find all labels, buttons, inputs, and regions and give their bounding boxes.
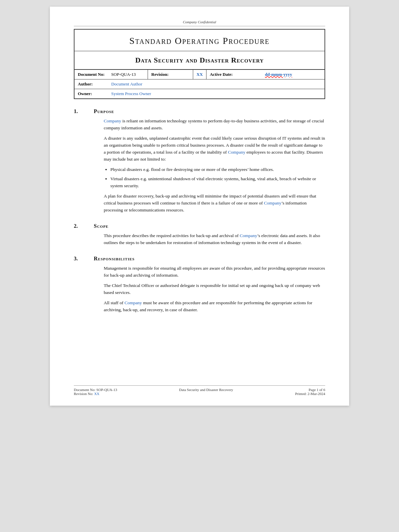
- footer-doc-no: Document No: SOP-QUA-13: [74, 388, 117, 392]
- subtitle: Data Security and Disaster Recovery: [78, 56, 321, 65]
- footer-revision-label: Revision No:: [74, 392, 93, 396]
- section-purpose: 1. Purpose Company is reliant on informa…: [74, 108, 325, 214]
- owner-value: System Process Owner: [108, 89, 325, 99]
- company-link-4: Company: [240, 233, 257, 238]
- company-link-2: Company: [228, 150, 245, 155]
- bullet-virtual: Virtual disasters e.g. unintentional shu…: [110, 176, 325, 190]
- section-responsibilities-number: 3.: [74, 256, 94, 262]
- page-header: Company Confidential: [74, 20, 325, 26]
- title-subtitle: Data Security and Disaster Recovery: [74, 51, 325, 69]
- revision-label: Revision:: [148, 70, 193, 79]
- section-scope: 2. Scope This procedure describes the re…: [74, 223, 325, 246]
- responsibilities-para-1: Management is responsible for ensuring a…: [104, 265, 325, 279]
- main-title: Standard Operating Procedure: [78, 36, 321, 46]
- section-responsibilities-title: Responsibilities: [94, 256, 135, 262]
- scope-para-1: This procedure describes the required ac…: [104, 232, 325, 246]
- responsibilities-para-2: The Chief Technical Officer or authorise…: [104, 282, 325, 296]
- section-scope-body: This procedure describes the required ac…: [104, 232, 325, 246]
- purpose-bullets: Physical disasters e.g. flood or fire de…: [110, 166, 325, 190]
- footer-center: Data Security and Disaster Recovery: [179, 388, 233, 396]
- owner-label: Owner:: [74, 89, 108, 99]
- title-block: Standard Operating Procedure Data Securi…: [74, 29, 325, 99]
- footer-page: Page 1 of 6: [295, 388, 325, 392]
- purpose-para-1-text: is reliant on information technology sys…: [104, 118, 324, 130]
- section-purpose-header: 1. Purpose: [74, 108, 325, 114]
- company-link-3: Company: [264, 200, 282, 205]
- meta-row-owner: Owner: System Process Owner: [74, 89, 325, 99]
- meta-table: Document No: SOP-QUA-13 Revision: XX Act…: [74, 69, 325, 98]
- footer-center-text: Data Security and Disaster Recovery: [179, 388, 233, 392]
- active-date-value: dd-mmm-yyyy: [262, 70, 325, 79]
- section-scope-number: 2.: [74, 223, 94, 229]
- footer-printed: Printed: 2-Mar-2024: [295, 392, 325, 396]
- section-purpose-number: 1.: [74, 108, 94, 114]
- active-date-label: Active Date:: [206, 70, 261, 79]
- meta-row-author: Author: Document Author: [74, 79, 325, 89]
- purpose-para-2: A disaster is any sudden, unplanned cata…: [104, 135, 325, 163]
- section-purpose-body: Company is reliant on information techno…: [104, 118, 325, 214]
- author-label: Author:: [74, 79, 108, 89]
- section-scope-header: 2. Scope: [74, 223, 325, 229]
- doc-no-value: SOP-QUA-13: [108, 70, 148, 79]
- company-link-1: Company: [104, 118, 121, 123]
- doc-no-label: Document No:: [74, 70, 108, 79]
- section-responsibilities-header: 3. Responsibilities: [74, 256, 325, 262]
- confidential-label: Company Confidential: [183, 20, 216, 24]
- section-scope-title: Scope: [94, 223, 108, 229]
- page-footer: Document No: SOP-QUA-13 Revision No: XX …: [74, 385, 325, 396]
- bullet-physical: Physical disasters e.g. flood or fire de…: [110, 166, 325, 173]
- footer-revision: Revision No: XX: [74, 392, 117, 396]
- revision-value: XX: [193, 70, 206, 79]
- section-responsibilities: 3. Responsibilities Management is respon…: [74, 256, 325, 314]
- footer-revision-value: XX: [94, 392, 99, 396]
- footer-right: Page 1 of 6 Printed: 2-Mar-2024: [295, 388, 325, 396]
- title-main: Standard Operating Procedure: [74, 30, 325, 51]
- footer-left: Document No: SOP-QUA-13 Revision No: XX: [74, 388, 117, 396]
- page: Company Confidential Standard Operating …: [50, 7, 349, 406]
- purpose-para-1: Company is reliant on information techno…: [104, 118, 325, 132]
- company-link-5: Company: [124, 300, 142, 305]
- meta-row-docno: Document No: SOP-QUA-13 Revision: XX Act…: [74, 70, 325, 79]
- section-responsibilities-body: Management is responsible for ensuring a…: [104, 265, 325, 314]
- responsibilities-para-3: All staff of Company must be aware of th…: [104, 300, 325, 314]
- section-purpose-title: Purpose: [94, 108, 114, 114]
- purpose-para-3: A plan for disaster recovery, back-up an…: [104, 193, 325, 214]
- author-value: Document Author: [108, 79, 325, 89]
